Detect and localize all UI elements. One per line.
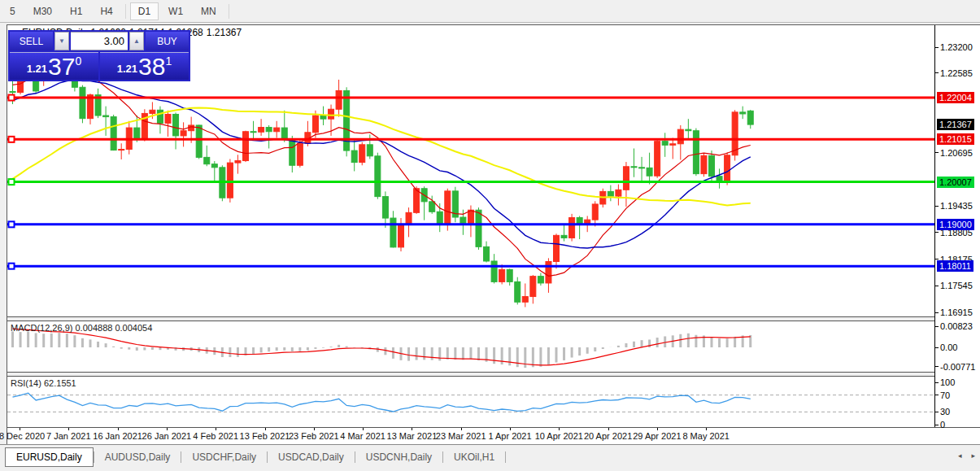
timeframe-button-D1[interactable]: D1 [130, 2, 159, 20]
moving-average-10 [13, 72, 751, 276]
timeframe-toolbar: 5M30H1H4D1W1MN [0, 0, 980, 23]
volume-decrease-button[interactable]: ▼ [54, 32, 69, 50]
volume-increase-button[interactable]: ▲ [129, 32, 144, 50]
date-tick [314, 428, 315, 430]
candle [181, 122, 186, 146]
sell-price-prefix: 1.21 [27, 63, 47, 75]
hline-anchor[interactable] [9, 95, 15, 101]
candle [747, 110, 753, 129]
symbol-tab-USDCAD-Daily[interactable]: USDCAD,Daily [268, 448, 355, 466]
candle [554, 233, 560, 268]
hline-anchor[interactable] [9, 137, 15, 142]
symbol-tab-USDCHF-Daily[interactable]: USDCHF,Daily [181, 448, 267, 466]
candle [484, 242, 490, 263]
candle [359, 142, 365, 166]
moving-average-50 [13, 108, 751, 206]
candle [600, 189, 606, 207]
candle [173, 112, 179, 149]
date-tick [68, 428, 69, 430]
date-label: 13 Mar 2021 [387, 431, 438, 441]
candle [655, 140, 660, 178]
candle [305, 121, 311, 146]
date-tick [20, 428, 20, 430]
timeframe-button-H4[interactable]: H4 [92, 2, 120, 20]
price-tick: 1.20695 [935, 147, 973, 159]
buy-button[interactable]: BUY [146, 32, 189, 50]
timeframe-button-5[interactable]: 5 [2, 2, 24, 20]
rsi-line [13, 393, 751, 412]
sell-button[interactable]: SELL [10, 32, 53, 50]
rsi-axis-tick: 100 [935, 377, 955, 388]
date-label: 13 Feb 2021 [240, 431, 290, 441]
sell-price-big: 37 [48, 56, 75, 77]
timeframe-button-M30[interactable]: M30 [25, 2, 60, 20]
price-tick: 1.22585 [935, 68, 973, 79]
date-label: 16 Jan 2021 [93, 431, 142, 441]
date-tick [167, 428, 168, 430]
candle [608, 185, 613, 202]
candle [538, 273, 543, 286]
hline-anchor[interactable] [9, 221, 15, 227]
candle [522, 283, 528, 307]
candle [421, 186, 427, 220]
timeframe-button-H1[interactable]: H1 [62, 2, 90, 20]
symbol-tab-EURUSD-Daily[interactable]: EURUSD,Daily [5, 447, 94, 467]
candle [725, 152, 730, 185]
date-label: 4 Feb 2021 [193, 431, 238, 441]
symbol-tab-AUDUSD-Daily[interactable]: AUDUSD,Daily [94, 448, 181, 466]
price-axis[interactable]: 1.232001.225851.206951.194351.188051.181… [934, 25, 980, 427]
volume-input[interactable] [71, 32, 128, 50]
macd-pane[interactable]: MACD(12,26,9) 0.004888 0.004054 [7, 321, 934, 372]
date-label: 8 May 2021 [682, 431, 729, 441]
date-label: 20 Apr 2021 [584, 431, 632, 441]
tab-scroll-left-icon[interactable]: ◂ [958, 451, 962, 460]
timeframe-button-W1[interactable]: W1 [160, 2, 191, 20]
candle [382, 191, 388, 228]
chevron-up-icon: ▲ [133, 37, 140, 45]
candle [95, 89, 101, 118]
rsi-chart [7, 377, 934, 427]
date-label: 1 Apr 2021 [488, 431, 531, 441]
symbol-tab-USDCNH-Daily[interactable]: USDCNH,Daily [355, 448, 442, 466]
candle [507, 268, 512, 286]
date-label: 4 Mar 2021 [340, 431, 385, 441]
candle [375, 153, 381, 199]
candle [204, 146, 210, 166]
sell-price-panel[interactable]: 1.21 37 0 [10, 52, 98, 80]
timeframe-button-MN[interactable]: MN [193, 2, 224, 20]
price-level-label: 1.21367 [937, 119, 974, 130]
macd-label: MACD(12,26,9) 0.004888 0.004054 [11, 323, 152, 333]
candle [220, 165, 225, 201]
rsi-pane[interactable]: RSI(14) 62.1551 [7, 377, 934, 427]
macd-axis-tick: -0.00771 [935, 361, 975, 373]
candle [235, 155, 241, 173]
date-tick [559, 428, 560, 430]
price-tick: 1.19435 [935, 200, 973, 212]
date-label: 29 Apr 2021 [633, 431, 681, 441]
candle [259, 119, 264, 136]
date-axis[interactable]: 28 Dec 20207 Jan 202116 Jan 202126 Jan 2… [7, 428, 980, 445]
candle [211, 161, 217, 181]
candle [399, 218, 404, 251]
candle [266, 125, 272, 149]
hline-anchor[interactable] [9, 179, 15, 185]
date-label: 28 Dec 2020 [0, 431, 45, 441]
tab-scroll-right-icon[interactable]: ▸ [971, 451, 975, 460]
candle [406, 207, 412, 237]
candle [142, 109, 147, 141]
date-label: 23 Mar 2021 [436, 431, 486, 441]
date-tick [608, 428, 609, 430]
hline-anchor[interactable] [9, 264, 15, 269]
candle [639, 157, 645, 182]
candle [243, 131, 249, 162]
price-tick: 1.16915 [935, 307, 973, 318]
candle [491, 254, 497, 283]
buy-price-panel[interactable]: 1.21 38 1 [100, 52, 189, 80]
candle [530, 275, 536, 303]
ohlc-close: 1.21367 [207, 27, 242, 38]
date-tick [510, 428, 511, 430]
candle [103, 107, 109, 136]
sell-price-sup: 0 [75, 55, 81, 68]
tab-separator [505, 451, 506, 463]
symbol-tab-UKOil-H1[interactable]: UKOil,H1 [443, 448, 505, 466]
